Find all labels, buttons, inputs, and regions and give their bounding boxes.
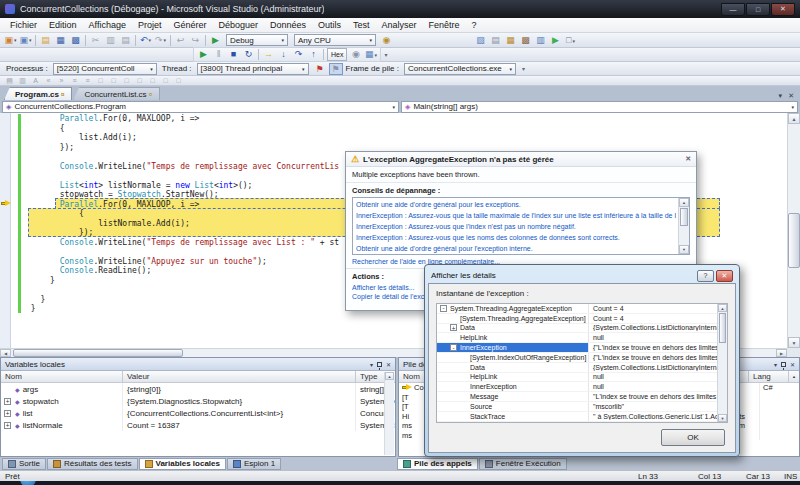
column-header-name[interactable]: Nom	[1, 371, 123, 382]
close-button[interactable]: ✕	[716, 270, 733, 282]
flag-threads-icon[interactable]: ⚑	[313, 63, 327, 75]
expander-icon[interactable]: +	[4, 410, 11, 417]
indicator-margin[interactable]	[0, 113, 11, 348]
exception-detail-row[interactable]: StackTrace" à System.Collections.Generic…	[437, 412, 717, 422]
scroll-right-icon[interactable]: ▶	[776, 349, 787, 357]
menu-d-boguer[interactable]: Déboguer	[212, 19, 264, 31]
edit-tool-icon-4[interactable]: »	[55, 76, 68, 85]
pin-icon[interactable]	[781, 362, 786, 367]
navigate-backward-icon[interactable]: ↩	[173, 34, 188, 47]
process-combo[interactable]: [5220] ConcurrentColl▾	[53, 63, 157, 75]
hex-toggle-button[interactable]: Hex	[327, 48, 347, 61]
tab-program-cs[interactable]: Program.cs¤	[4, 87, 72, 100]
window-position-icon[interactable]: ▾	[370, 361, 373, 368]
step-over-icon[interactable]: ↷	[291, 48, 306, 61]
column-header-value[interactable]: Valeur	[123, 371, 356, 382]
panel-tab-r-sultats-des-tests[interactable]: Résultats des tests	[47, 458, 138, 470]
redo-icon[interactable]: ↷▾	[153, 34, 168, 47]
scroll-down-icon[interactable]: ▼	[679, 245, 689, 254]
expander-icon[interactable]: +	[450, 324, 457, 331]
troubleshooting-tip-link[interactable]: InnerException : Assurez-vous que la tai…	[356, 210, 676, 221]
edit-tool-icon-8[interactable]: □	[107, 76, 120, 85]
menu-affichage[interactable]: Affichage	[83, 19, 132, 31]
panel-tab-sortie[interactable]: Sortie	[2, 458, 46, 470]
minimize-button[interactable]: —	[721, 3, 745, 16]
exception-detail-row[interactable]: -InnerException{"L'index se trouve en de…	[437, 343, 717, 353]
toolbar-overflow-icon[interactable]: ▾	[384, 51, 387, 58]
edit-tool-icon-10[interactable]: □	[133, 76, 146, 85]
scroll-up-icon[interactable]: ▲	[385, 372, 394, 380]
exception-detail-row[interactable]: -System.Threading.AggregateExceptionCoun…	[437, 304, 717, 314]
panel-tab-pile-des-appels[interactable]: Pile des appels	[397, 458, 478, 470]
save-icon[interactable]: ▦	[53, 34, 68, 47]
toolbox-icon[interactable]: ▩	[518, 34, 533, 47]
menu-analyser[interactable]: Analyser	[376, 19, 423, 31]
restore-button[interactable]: □	[746, 3, 770, 16]
pin-icon[interactable]	[377, 362, 382, 367]
copy-icon[interactable]: ▥	[103, 34, 118, 47]
expander-icon[interactable]: -	[450, 344, 457, 351]
locals-scrollbar[interactable]: ▲	[384, 372, 394, 455]
add-item-icon[interactable]: ▣▾	[18, 34, 33, 47]
platform-combo[interactable]: Any CPU▾	[294, 34, 376, 46]
show-flagged-only-icon[interactable]: ⚑	[329, 63, 343, 75]
start-page-icon[interactable]: ▶	[548, 34, 563, 47]
help-button[interactable]: ?	[697, 270, 714, 282]
scroll-up-icon[interactable]: ▲	[679, 198, 689, 207]
exception-detail-row[interactable]: Message"L'index se trouve en dehors des …	[437, 392, 717, 402]
close-document-icon[interactable]: ✕	[788, 92, 794, 100]
close-icon[interactable]: ✕	[685, 155, 691, 163]
continue-icon[interactable]: ▶	[196, 48, 211, 61]
exception-detail-row[interactable]: Source"mscorlib"	[437, 402, 717, 412]
properties-window-icon[interactable]: ▤	[488, 34, 503, 47]
menu-fichier[interactable]: Fichier	[4, 19, 43, 31]
cut-icon[interactable]: ✂	[88, 34, 103, 47]
restart-icon[interactable]: ↻	[241, 48, 256, 61]
other-windows-icon[interactable]: □▾	[563, 34, 578, 47]
exception-detail-row[interactable]: +Data{System.Collections.ListDictionaryI…	[437, 324, 717, 334]
tips-scrollbar[interactable]: ▲ ▼	[678, 198, 689, 254]
save-all-icon[interactable]: ▩	[68, 34, 83, 47]
edit-tool-icon-7[interactable]: □	[94, 76, 107, 85]
menu-help[interactable]: ?	[466, 19, 483, 31]
find-icon[interactable]: ◉	[379, 34, 394, 47]
new-project-icon[interactable]: ▣▾	[3, 34, 18, 47]
menu-test[interactable]: Test	[347, 19, 376, 31]
window-position-icon[interactable]: ▾	[774, 361, 777, 368]
start-debugging-icon[interactable]: ▶	[208, 34, 223, 47]
local-variable-row[interactable]: +◆listNormaleCount = 16387System.C	[1, 419, 395, 431]
document-list-icon[interactable]: ▾	[779, 92, 783, 100]
breakpoints-window-icon[interactable]: ▦▾	[363, 48, 378, 61]
stack-frame-combo[interactable]: ConcurrentCollections.exe▾	[404, 63, 516, 75]
show-threads-icon[interactable]: ◉	[348, 48, 363, 61]
menu-edition[interactable]: Edition	[43, 19, 83, 31]
exception-detail-row[interactable]: [System.Threading.AggregateException]Cou…	[437, 314, 717, 324]
troubleshooting-tip-link[interactable]: Obtenir une aide d'ordre général pour l'…	[356, 243, 676, 254]
troubleshooting-tip-link[interactable]: InnerException : Assurez-vous que les no…	[356, 232, 676, 243]
expander-icon[interactable]: +	[4, 398, 11, 405]
edit-tool-icon-11[interactable]: □	[146, 76, 159, 85]
expander-icon[interactable]: -	[440, 305, 447, 312]
thread-combo[interactable]: [3800] Thread principal▾	[197, 63, 309, 75]
edit-tool-icon-0[interactable]: ▤	[3, 76, 16, 85]
edit-tool-icon-1[interactable]: ▥	[16, 76, 29, 85]
tab-concurrentlist-cs[interactable]: ConcurrentList.cs¤	[73, 87, 160, 100]
exception-detail-row[interactable]: HelpLinknull	[437, 373, 717, 383]
expander-icon[interactable]: +	[4, 422, 11, 429]
menu-projet[interactable]: Projet	[132, 19, 168, 31]
ok-button[interactable]: OK	[661, 429, 725, 446]
stop-debugging-icon[interactable]: ■	[226, 48, 241, 61]
detail-grid-scrollbar[interactable]: ▲ ▼	[717, 304, 727, 422]
editor-vertical-scrollbar[interactable]: ▲ ▼	[787, 113, 800, 348]
menu-outils[interactable]: Outils	[312, 19, 347, 31]
error-list-icon[interactable]: ▥	[533, 34, 548, 47]
close-button[interactable]: ✕	[771, 3, 795, 16]
edit-tool-icon-12[interactable]: □	[159, 76, 172, 85]
panel-tab-espion-1[interactable]: Espion 1	[227, 458, 281, 470]
local-variable-row[interactable]: +◆list{ConcurrentCollections.ConcurrentL…	[1, 407, 395, 419]
step-out-icon[interactable]: ↑	[306, 48, 321, 61]
troubleshooting-tip-link[interactable]: InnerException : Assurez-vous que l'inde…	[356, 221, 676, 232]
configuration-combo[interactable]: Debug▾	[226, 34, 288, 46]
edit-tool-icon-13[interactable]: □	[172, 76, 185, 85]
undo-icon[interactable]: ↶▾	[138, 34, 153, 47]
